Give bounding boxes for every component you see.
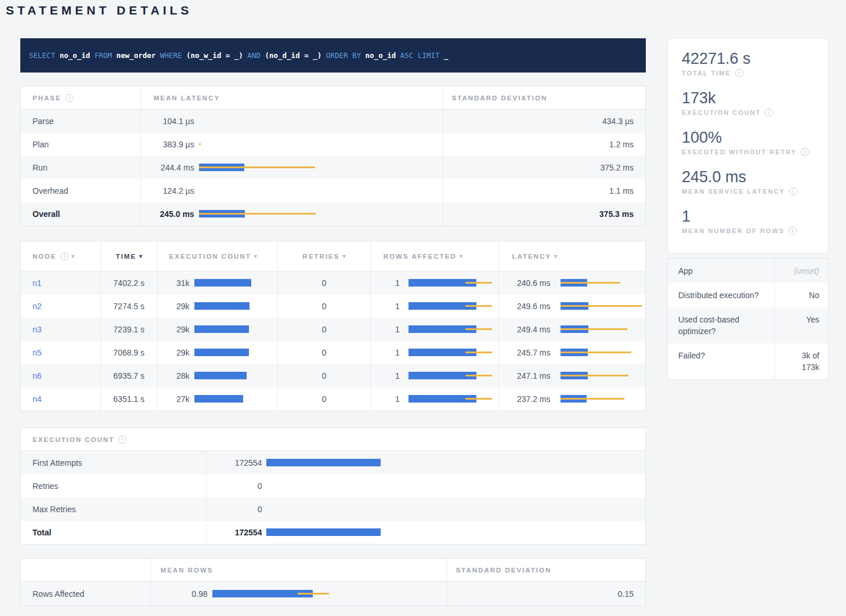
attribute-value: Yes xyxy=(806,314,819,325)
node-link[interactable]: n6 xyxy=(32,371,42,381)
bar-stddev-line xyxy=(199,166,315,168)
node-link[interactable]: n3 xyxy=(32,325,42,334)
bar-mean-fill xyxy=(266,528,381,536)
retries-column-header[interactable]: RETRIES ▾ xyxy=(277,241,370,271)
execution-count-table-header: EXECUTION COUNT i xyxy=(21,428,645,451)
bar-stddev-line xyxy=(465,375,492,376)
bar-stddev-line xyxy=(199,213,316,215)
bar-stddev-line xyxy=(561,375,628,376)
node-link[interactable]: n4 xyxy=(32,394,42,404)
bar-mean-fill xyxy=(266,459,381,466)
bar-stddev-line xyxy=(561,305,642,307)
rows-affected-bar xyxy=(408,372,492,380)
bar-stddev-line xyxy=(561,352,631,353)
rows-affected-table-header: MEAN ROWS STANDARD DEVIATION xyxy=(21,559,645,582)
node-exec-count: 31k xyxy=(158,278,190,288)
latency-bar xyxy=(199,210,436,218)
phase-label: Overhead xyxy=(21,179,140,202)
sort-desc-icon[interactable]: ▾ xyxy=(460,253,462,259)
phase-header-label: PHASE xyxy=(32,95,62,102)
latency-bar xyxy=(199,187,436,195)
bar-stddev-line xyxy=(199,143,201,145)
node-link[interactable]: n2 xyxy=(32,302,42,311)
node-exec-count: 28k xyxy=(158,371,190,381)
summary-value: 245.0 ms xyxy=(682,168,814,186)
exec-row-value: 172554 xyxy=(207,458,262,468)
phase-table-header: PHASE i MEAN LATENCY STANDARD DEVIATION xyxy=(21,86,645,110)
rows-affected-column-header[interactable]: ROWS AFFECTED ▾ xyxy=(370,241,499,271)
node-row: n1 7402.2 s 31k 0 1 240.6 ms xyxy=(21,271,645,295)
mean-latency-column-header: MEAN LATENCY xyxy=(140,86,443,109)
exec-count-bar xyxy=(194,372,271,380)
info-icon[interactable]: i xyxy=(789,227,797,235)
attribute-row-app: App (unset) xyxy=(668,259,828,283)
phase-row-plan: Plan 383.9 µs 1.2 ms xyxy=(21,133,645,156)
node-exec-count: 29k xyxy=(158,348,190,357)
time-header-label: TIME xyxy=(115,253,136,260)
node-rows-affected: 1 xyxy=(371,394,400,404)
summary-label: TOTAL TIME xyxy=(682,70,731,77)
execution-count-column-header[interactable]: EXECUTION COUNT ▾ xyxy=(157,241,278,271)
stddev-value: 0.15 xyxy=(447,582,645,606)
node-link[interactable]: n1 xyxy=(32,278,42,288)
bar-mean-fill xyxy=(194,279,251,287)
info-icon[interactable]: i xyxy=(60,252,68,260)
info-icon[interactable]: i xyxy=(118,436,126,444)
rows-affected-bar xyxy=(408,395,492,403)
exec-count-bar xyxy=(266,505,638,513)
bar-stddev-line xyxy=(465,398,492,400)
summary-value: 100% xyxy=(682,129,814,147)
summary-total-time: 42271.6 s TOTAL TIMEi xyxy=(682,50,814,77)
latency-column-header[interactable]: LATENCY ▾ xyxy=(498,241,645,271)
info-icon[interactable]: i xyxy=(735,69,743,77)
exec-row-label: First Attempts xyxy=(21,451,206,474)
sort-desc-icon[interactable]: ▾ xyxy=(342,253,345,259)
summary-label: EXECUTION COUNT xyxy=(682,109,761,116)
exec-count-bar xyxy=(194,302,271,310)
rows-affected-table: MEAN ROWS STANDARD DEVIATION Rows Affect… xyxy=(20,558,646,606)
exec-row-max-retries: Max Retries 0 xyxy=(21,498,645,521)
stddev-value: 1.2 ms xyxy=(443,133,645,156)
phase-table: PHASE i MEAN LATENCY STANDARD DEVIATION … xyxy=(20,86,646,226)
info-icon[interactable]: i xyxy=(801,148,809,156)
time-column-header[interactable]: TIME ▾ xyxy=(100,241,157,271)
node-time: 7402.2 s xyxy=(100,271,157,295)
node-row: n2 7274.5 s 29k 0 1 249.6 ms xyxy=(21,295,645,318)
node-table-header: NODE i ▾ TIME ▾ EXECUTION COUNT ▾ RETRIE… xyxy=(21,241,645,271)
mean-rows-column-header: MEAN ROWS xyxy=(150,559,447,581)
node-link[interactable]: n5 xyxy=(32,348,42,357)
attribute-label: Distributed execution? xyxy=(668,283,774,307)
latency-bar xyxy=(561,302,638,310)
sort-desc-icon[interactable]: ▾ xyxy=(139,253,142,259)
node-row: n4 6351.1 s 27k 0 1 237.2 ms xyxy=(21,387,645,411)
phase-row-overhead: Overhead 124.2 µs 1.1 ms xyxy=(21,179,645,202)
info-icon[interactable]: i xyxy=(789,187,797,195)
node-latency: 240.6 ms xyxy=(499,278,550,288)
attribute-label: Failed? xyxy=(668,343,774,379)
sort-desc-icon[interactable]: ▾ xyxy=(554,253,557,259)
exec-row-label: Max Retries xyxy=(21,498,206,521)
info-icon[interactable]: i xyxy=(765,108,773,117)
node-time: 6935.7 s xyxy=(100,364,157,387)
rows-affected-row: Rows Affected 0.98 0.15 xyxy=(21,582,645,606)
sort-desc-icon[interactable]: ▾ xyxy=(71,253,74,259)
summary-label: EXECUTED WITHOUT RETRY xyxy=(682,148,797,155)
node-rows-affected: 1 xyxy=(371,278,400,288)
bar-mean-fill xyxy=(194,395,243,403)
attribute-label: Used cost-based optimizer? xyxy=(668,307,774,343)
exec-row-retries: Retries 0 xyxy=(21,474,645,498)
summary-mean-number-of-rows: 1 MEAN NUMBER OF ROWSi xyxy=(682,208,814,235)
latency-bar xyxy=(561,395,638,403)
execution-count-header-label: EXECUTION COUNT xyxy=(169,253,251,260)
info-icon[interactable]: i xyxy=(66,94,74,102)
bar-mean-fill xyxy=(194,372,247,379)
attribute-row-distributed-execution: Distributed execution? No xyxy=(668,283,828,307)
rows-affected-bar xyxy=(408,325,492,334)
sort-desc-icon[interactable]: ▾ xyxy=(254,253,257,259)
mean-latency-value: 244.4 ms xyxy=(148,163,194,172)
node-column-header[interactable]: NODE i ▾ xyxy=(21,241,100,271)
bar-mean-fill xyxy=(194,302,250,310)
standard-deviation-column-header: STANDARD DEVIATION xyxy=(443,86,645,109)
phase-row-run: Run 244.4 ms 375.2 ms xyxy=(21,156,645,179)
rows-affected-bar xyxy=(408,349,492,357)
